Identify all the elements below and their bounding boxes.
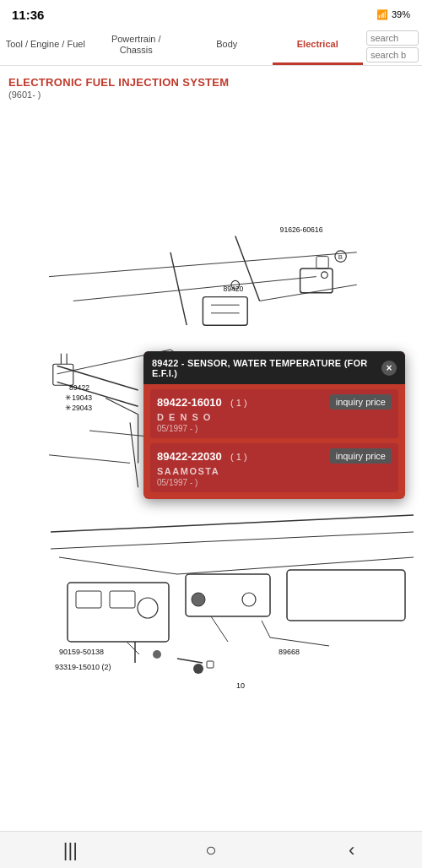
status-bar: 11:36 📶 39% (0, 0, 422, 27)
svg-line-2 (170, 252, 187, 325)
label-29043: ✳29043 (65, 404, 92, 412)
svg-text:89668: 89668 (279, 648, 300, 656)
search-input-top[interactable] (366, 30, 419, 46)
popup-part-1-date: 05/1997 - ) (157, 424, 392, 433)
popup-part-2-number: 89422-22030 (157, 450, 222, 463)
network-icon: 📶 (376, 9, 388, 20)
svg-rect-35 (110, 591, 135, 608)
tab-body[interactable]: Body (181, 27, 273, 65)
svg-line-7 (106, 399, 138, 415)
svg-text:93319-15010 (2): 93319-15010 (2) (55, 663, 111, 671)
popup-part-2: 89422-22030 ( 1 ) inquiry price SAAMOSTA… (150, 443, 398, 492)
svg-rect-33 (287, 570, 405, 621)
tab-electrical[interactable]: Electrical (273, 27, 364, 65)
svg-line-29 (59, 557, 177, 574)
label-89420: 89420 (223, 285, 243, 293)
svg-line-41 (127, 642, 139, 654)
diagram-container: 91626-60616 B 89420 89422 ✳19043 ✳29043 … (8, 106, 414, 515)
popup-part-1-brand: D E N S O (157, 412, 392, 422)
svg-rect-49 (207, 661, 214, 668)
nav-back-button[interactable]: ‹ (327, 832, 377, 869)
svg-rect-34 (76, 591, 101, 608)
svg-point-43 (193, 664, 203, 674)
diagram-svg-bottom: 90159-50138 93319-15010 (2) 89668 10 (8, 507, 422, 701)
section-subtitle: (9601- ) (8, 90, 414, 100)
popup-part-2-row: 89422-22030 ( 1 ) inquiry price (157, 448, 392, 464)
svg-line-46 (262, 621, 270, 637)
svg-point-11 (322, 272, 328, 279)
popup-close-button[interactable]: × (381, 361, 397, 376)
popup-part-2-qty: ( 1 ) (230, 452, 247, 462)
svg-line-30 (177, 557, 414, 574)
popup-header: 89422 - SENSOR, WATER TEMPERATURE (FOR E… (143, 351, 405, 384)
svg-line-27 (51, 515, 414, 532)
svg-text:B: B (338, 253, 343, 261)
nav-menu-button[interactable]: ||| (45, 832, 95, 869)
tab-tool[interactable]: Tool / Engine / Fuel (0, 27, 91, 65)
svg-point-40 (153, 650, 161, 659)
search-area (363, 27, 422, 65)
popup-part-1-info: 89422-16010 ( 1 ) (157, 394, 247, 410)
svg-rect-10 (316, 257, 328, 269)
section-title: ELECTRONIC FUEL INJECTION SYSTEM (8, 76, 414, 89)
svg-point-36 (138, 598, 158, 618)
popup-part-2-brand: SAAMOSTA (157, 466, 392, 476)
svg-line-24 (49, 455, 130, 464)
svg-line-0 (49, 252, 357, 277)
status-icons: 📶 39% (376, 9, 410, 20)
svg-text:10: 10 (236, 681, 245, 690)
popup-part-1-qty: ( 1 ) (230, 398, 247, 408)
battery-icon: 39% (392, 9, 410, 19)
status-time: 11:36 (12, 8, 44, 22)
search-input-bottom[interactable] (366, 47, 419, 62)
nav-home-button[interactable]: ○ (186, 832, 236, 869)
popup-part-1: 89422-16010 ( 1 ) inquiry price D E N S … (150, 389, 398, 438)
content-area: ELECTRONIC FUEL INJECTION SYSTEM (9601- … (0, 66, 422, 704)
tab-powertrain[interactable]: Powertrain / Chassis (91, 27, 182, 65)
svg-point-37 (192, 593, 205, 606)
popup-part-2-info: 89422-22030 ( 1 ) (157, 448, 247, 464)
svg-line-26 (130, 422, 138, 487)
svg-line-28 (51, 532, 414, 549)
svg-line-50 (270, 637, 329, 646)
label-19043: ✳19043 (65, 393, 92, 402)
svg-line-45 (211, 616, 228, 642)
label-91626: 91626-60616 (280, 225, 323, 234)
svg-line-48 (177, 659, 203, 663)
popup-body: 89422-16010 ( 1 ) inquiry price D E N S … (143, 384, 405, 499)
svg-point-38 (242, 593, 256, 606)
label-89422-left: 89422 (69, 383, 89, 392)
popup-part-1-number: 89422-16010 (157, 396, 222, 409)
popup-part-2-inquiry-btn[interactable]: inquiry price (330, 448, 392, 464)
popup-part-2-date: 05/1997 - ) (157, 478, 392, 487)
popup-title: 89422 - SENSOR, WATER TEMPERATURE (FOR E… (152, 358, 381, 378)
part-popup: 89422 - SENSOR, WATER TEMPERATURE (FOR E… (143, 351, 405, 499)
nav-tabs: Tool / Engine / Fuel Powertrain / Chassi… (0, 27, 422, 66)
svg-text:90159-50138: 90159-50138 (59, 648, 104, 656)
popup-part-1-inquiry-btn[interactable]: inquiry price (330, 394, 392, 410)
svg-rect-12 (203, 297, 247, 326)
bottom-nav: ||| ○ ‹ (0, 831, 422, 868)
popup-part-1-row: 89422-16010 ( 1 ) inquiry price (157, 394, 392, 410)
